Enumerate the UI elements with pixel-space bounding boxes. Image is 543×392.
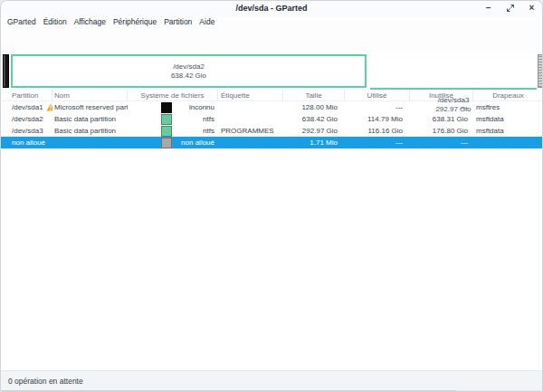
flags-value: msftdata [473,125,543,137]
restore-button[interactable] [505,4,515,14]
used-value: 116.16 Gio [345,125,410,137]
menu-partition[interactable]: Partition [162,15,194,28]
volume-label: PROGRAMMES [218,125,283,137]
header-partition[interactable]: Partition [1,90,52,101]
window-controls: – × [483,1,537,15]
filesystem-name: ntfs [172,125,218,137]
titlebar: /dev/sda - GParted – × [1,1,542,15]
close-icon: × [529,4,535,13]
size-value: 1.71 Mio [283,137,345,148]
size-value: 292.97 Gio [283,125,345,137]
menu-gparted[interactable]: GParted [5,15,38,28]
header-taille[interactable]: Taille [283,90,345,101]
statusbar: 0 opération en attente [1,370,542,390]
close-button[interactable]: × [527,4,537,14]
partition-name: /dev/sda2 [12,113,43,125]
unused-value: 176.80 Gio [410,125,473,137]
menu-edition[interactable]: Édition [42,15,69,28]
used-value: --- [345,137,410,148]
menu-peripherique[interactable]: Périphérique [111,15,158,28]
disk-segment-unallocated[interactable] [538,54,543,88]
menu-aide[interactable]: Aide [197,15,216,28]
unused-value: --- [410,137,473,148]
header-etiquette[interactable]: Étiquette [218,90,283,101]
table-row-sda2[interactable]: /dev/sda2 Basic data partition ntfs 638.… [1,113,542,125]
disk-segment-sda2[interactable]: /dev/sda2 638.42 Gio [11,54,367,88]
partition-label: Basic data partition [52,125,128,137]
filesystem-name: ntfs [172,113,218,125]
partition-label: Microsoft reserved partition [52,101,128,113]
table-row-sda3[interactable]: /dev/sda3 Basic data partition ntfs PROG… [1,125,542,137]
flags-value: msftdata [473,113,543,125]
used-value: --- [345,101,410,113]
filesystem-color-swatch [161,126,172,137]
segment-name: /dev/sda2 [173,62,205,72]
size-value: 638.42 Gio [283,113,345,125]
pending-operations-text: 0 opération en attente [8,377,83,386]
minimize-button[interactable]: – [483,4,493,14]
segment-size: 292.97 Gio [435,105,471,114]
header-drapeaux[interactable]: Drapeaux [473,90,543,101]
segment-size: 638.42 Gio [171,72,206,81]
partition-name: /dev/sda1 [12,101,43,113]
filesystem-color-swatch [161,114,172,125]
gparted-window: /dev/sda - GParted – × GParted Édition A… [0,0,543,392]
menu-affichage[interactable]: Affichage [72,15,108,28]
filesystem-color-swatch [161,138,172,148]
size-value: 128.00 Mio [283,101,345,113]
header-systeme-fichiers[interactable]: Système de fichiers [128,90,218,101]
partition-name: non alloué [12,137,45,148]
segment-name: /dev/sda3 [438,96,470,105]
warning-icon [46,103,52,111]
table-row-unallocated[interactable]: non alloué non alloué 1.71 Mio --- --- [1,137,542,148]
filesystem-color-swatch [161,102,172,113]
used-value: 114.79 Mio [345,113,410,125]
restore-icon [506,4,515,13]
partition-name: /dev/sda3 [12,125,43,137]
header-nom[interactable]: Nom [52,90,128,101]
partition-label: Basic data partition [52,113,128,125]
filesystem-name: non alloué [172,137,218,148]
minimize-icon: – [486,4,491,13]
window-title: /dev/sda - GParted [1,1,542,15]
filesystem-name: inconnu [172,101,218,113]
unused-value: 638.31 Gio [410,113,473,125]
disk-segment-sda1[interactable] [3,54,9,88]
header-utilise[interactable]: Utilisé [345,90,410,101]
flags-value: msftres [473,101,543,113]
menubar: GParted Édition Affichage Périphérique P… [1,15,542,28]
disk-visual-bar: /dev/sda2 638.42 Gio /dev/sda3 292.97 Gi… [1,53,542,90]
toolbar: /dev/sda (931.51 Gio) [1,28,542,53]
